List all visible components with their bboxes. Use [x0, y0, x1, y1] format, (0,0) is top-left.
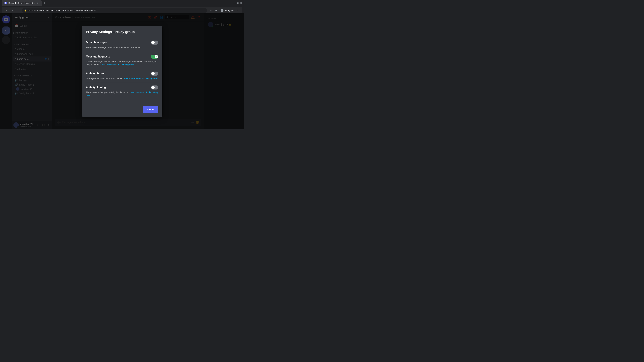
direct-messages-desc: Allow direct messages from other members…: [86, 46, 158, 49]
browser-tab-discord[interactable]: D Discord | #name-here | study gr... ✕: [2, 0, 42, 6]
direct-messages-knob: ✕: [151, 41, 155, 44]
message-requests-name: Message Requests: [86, 55, 110, 58]
address-bar[interactable]: 🔒 discord.com/channels/11827053640729355…: [22, 8, 207, 13]
message-requests-toggle[interactable]: ✓: [151, 55, 158, 59]
done-button[interactable]: Done: [143, 106, 158, 113]
modal-footer: Done: [86, 103, 158, 113]
privacy-settings-modal: Privacy Settings—study group Direct Mess…: [82, 26, 162, 117]
message-requests-desc: If direct messages are enabled, filter m…: [86, 60, 158, 66]
forward-button[interactable]: →: [10, 8, 15, 13]
message-requests-knob: ✓: [155, 55, 158, 58]
activity-status-setting: Activity Status ✕ Share your activity st…: [86, 69, 158, 83]
minimize-button[interactable]: —: [233, 1, 236, 4]
star-button[interactable]: ☆: [208, 8, 213, 13]
tab-title: Discord | #name-here | study gr...: [8, 2, 35, 4]
extensions-button[interactable]: ⊞: [214, 8, 218, 13]
activity-joining-x-icon: ✕: [152, 86, 154, 89]
refresh-button[interactable]: ↻: [16, 8, 21, 13]
incognito-badge: Incognito: [219, 8, 235, 12]
new-tab-button[interactable]: +: [42, 1, 47, 5]
activity-joining-setting: Activity Joining ✕ Allow users to join y…: [86, 83, 158, 100]
lock-icon: 🔒: [24, 9, 26, 11]
browser-chrome: D Discord | #name-here | study gr... ✕ +…: [0, 0, 244, 13]
address-text: discord.com/channels/1182705364072935565…: [28, 9, 96, 12]
incognito-label: Incognito: [224, 9, 234, 12]
menu-button[interactable]: ⋮: [236, 8, 240, 13]
activity-status-desc: Share your activity status in this serve…: [86, 77, 158, 80]
activity-joining-desc: Allow users to join your activity in thi…: [86, 91, 158, 97]
activity-status-knob: ✕: [151, 72, 155, 75]
direct-messages-toggle[interactable]: ✕: [151, 40, 158, 44]
close-window-button[interactable]: ✕: [240, 2, 242, 4]
message-requests-link[interactable]: Learn more about this setting here.: [100, 63, 134, 66]
activity-status-header: Activity Status ✕: [86, 71, 158, 76]
direct-messages-header: Direct Messages ✕: [86, 40, 158, 44]
nav-right-buttons: ☆ ⊞ Incognito ⋮: [208, 8, 240, 13]
message-requests-setting: Message Requests ✓ If direct messages ar…: [86, 52, 158, 69]
activity-status-name: Activity Status: [86, 72, 104, 75]
activity-status-x-icon: ✕: [152, 72, 154, 75]
direct-messages-name: Direct Messages: [86, 41, 107, 44]
activity-joining-knob: ✕: [151, 86, 155, 89]
activity-joining-header: Activity Joining ✕: [86, 85, 158, 89]
activity-status-toggle[interactable]: ✕: [151, 71, 158, 76]
restore-button[interactable]: ⧉: [237, 2, 239, 4]
message-requests-header: Message Requests ✓: [86, 55, 158, 59]
modal-overlay: Privacy Settings—study group Direct Mess…: [0, 13, 244, 129]
back-button[interactable]: ←: [4, 8, 9, 13]
toggle-x-icon: ✕: [152, 41, 154, 44]
browser-nav: ← → ↻ 🔒 discord.com/channels/11827053640…: [2, 7, 242, 14]
activity-status-link[interactable]: Learn more about this setting here.: [124, 77, 158, 80]
tab-favicon: D: [4, 2, 7, 4]
tab-close-button[interactable]: ✕: [36, 2, 39, 4]
modal-title: Privacy Settings—study group: [86, 30, 158, 34]
activity-joining-toggle[interactable]: ✕: [151, 85, 158, 89]
discord-app: SG + study group ▼ 📅 Events ▶ INFORMATIO…: [0, 13, 244, 129]
activity-joining-name: Activity Joining: [86, 86, 106, 89]
direct-messages-setting: Direct Messages ✕ Allow direct messages …: [86, 38, 158, 52]
toggle-check-icon: ✓: [156, 55, 157, 58]
